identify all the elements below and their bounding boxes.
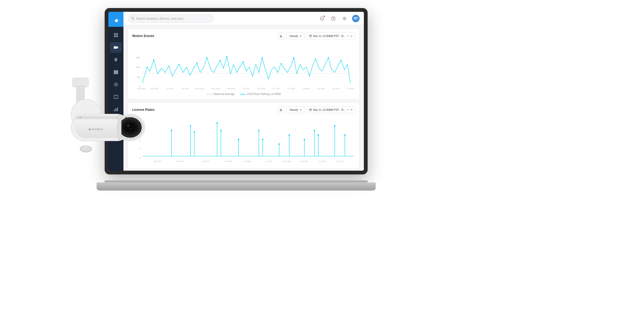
gear-icon xyxy=(342,16,347,21)
svg-rect-3 xyxy=(114,35,116,37)
svg-text:Fri 2PM: Fri 2PM xyxy=(266,160,272,163)
motion-events-header: Motion Events Hourly xyxy=(132,32,355,39)
svg-point-101 xyxy=(314,130,315,131)
license-frequency-dropdown[interactable]: Hourly xyxy=(287,106,305,113)
svg-text:◆ rhombus: ◆ rhombus xyxy=(89,127,103,131)
svg-text:Wed 6PM: Wed 6PM xyxy=(227,88,235,90)
svg-point-132 xyxy=(79,116,82,119)
motion-events-title: Motion Events xyxy=(132,34,275,38)
svg-point-105 xyxy=(334,125,335,127)
svg-point-45 xyxy=(262,57,263,58)
svg-point-95 xyxy=(279,143,280,145)
svg-text:Fri 3AM: Fri 3AM xyxy=(244,160,251,163)
legend-avg: Historical Average xyxy=(206,93,235,96)
svg-text:Tue 8AM: Tue 8AM xyxy=(319,160,325,163)
svg-text:Fri 12PM: Fri 12PM xyxy=(272,88,280,90)
svg-point-85 xyxy=(217,122,218,124)
svg-point-42 xyxy=(220,60,221,61)
motion-download-button[interactable] xyxy=(277,32,284,39)
help-icon xyxy=(331,16,335,21)
settings-button[interactable] xyxy=(341,15,348,22)
download-icon-2 xyxy=(279,108,283,111)
chevron-down-icon-2 xyxy=(350,35,353,37)
svg-point-25 xyxy=(333,19,334,20)
topbar-icons: MP xyxy=(318,15,360,22)
svg-point-103 xyxy=(318,134,319,136)
svg-point-87 xyxy=(220,130,222,131)
svg-point-48 xyxy=(328,57,329,58)
logo[interactable] xyxy=(108,12,123,27)
motion-events-controls: Hourly No xyxy=(277,32,355,39)
svg-point-40 xyxy=(196,63,197,64)
svg-text:Thu 12AM: Thu 12AM xyxy=(257,88,266,90)
logo-icon xyxy=(112,16,120,23)
notification-button[interactable] xyxy=(318,15,326,22)
svg-point-49 xyxy=(341,60,342,61)
legend-series-label: 1919 Rear Parking Lot R500 xyxy=(247,93,281,96)
svg-text:Tue 8AM: Tue 8AM xyxy=(347,88,354,90)
svg-text:Sun 2PM: Sun 2PM xyxy=(332,88,340,90)
svg-point-81 xyxy=(190,125,191,127)
svg-point-138 xyxy=(82,146,90,151)
series-line-indicator xyxy=(240,94,246,94)
svg-text:Fri 11PM: Fri 11PM xyxy=(288,88,295,90)
svg-point-43 xyxy=(226,56,228,57)
svg-rect-65 xyxy=(309,109,312,111)
svg-rect-131 xyxy=(75,116,123,119)
svg-point-93 xyxy=(262,139,263,140)
topbar: Search locations, devices, and more xyxy=(123,12,364,25)
legend-avg-label: Historical Average xyxy=(213,93,235,96)
svg-point-130 xyxy=(130,128,132,130)
svg-text:Sat 1PM: Sat 1PM xyxy=(301,160,308,163)
svg-rect-136 xyxy=(118,115,121,140)
avg-line-indicator xyxy=(206,94,212,94)
avatar-button[interactable]: MP xyxy=(352,15,360,22)
svg-text:Wed 12AM: Wed 12AM xyxy=(195,88,204,90)
svg-point-107 xyxy=(344,134,346,136)
svg-point-41 xyxy=(206,57,207,58)
svg-text:Sat 11AM: Sat 11AM xyxy=(283,160,291,163)
svg-point-99 xyxy=(304,139,305,140)
svg-text:Thu 4PM: Thu 4PM xyxy=(243,88,250,90)
svg-rect-1 xyxy=(114,33,116,35)
svg-text:Thu 6PM: Thu 6PM xyxy=(202,160,209,163)
chevron-down-icon xyxy=(299,35,302,37)
svg-point-91 xyxy=(258,130,259,131)
motion-date-range-button[interactable]: Nov 11 12:00AM PST - N... xyxy=(307,32,355,39)
svg-point-47 xyxy=(315,58,316,60)
license-date-range-button[interactable]: Nov 11 12:00AM PST - N... xyxy=(307,106,355,113)
sidebar-item-dashboard[interactable] xyxy=(110,30,122,41)
svg-point-135 xyxy=(125,117,127,119)
motion-frequency-dropdown[interactable]: Hourly xyxy=(287,32,305,39)
svg-text:Tue 7PM: Tue 7PM xyxy=(336,160,343,163)
svg-point-44 xyxy=(243,61,244,62)
license-download-button[interactable] xyxy=(277,106,284,113)
download-icon xyxy=(279,34,283,38)
svg-point-26 xyxy=(344,18,345,19)
grid-icon xyxy=(114,33,118,38)
svg-line-23 xyxy=(134,19,134,20)
svg-point-129 xyxy=(127,125,130,127)
calendar-icon xyxy=(309,35,312,37)
notification-dot xyxy=(323,15,325,17)
svg-point-89 xyxy=(238,139,239,140)
svg-rect-4 xyxy=(116,35,118,37)
search-placeholder: Search locations, devices, and more xyxy=(136,17,184,20)
svg-text:Thu 4PM: Thu 4PM xyxy=(225,160,232,163)
close-icon-2 xyxy=(347,109,349,111)
chevron-down-icon-3 xyxy=(299,109,302,111)
svg-point-128 xyxy=(125,123,136,132)
svg-rect-2 xyxy=(116,33,118,35)
calendar-icon-2 xyxy=(309,108,312,111)
license-date-range-label: Nov 11 12:00AM PST - N... xyxy=(313,108,346,111)
svg-point-22 xyxy=(131,17,134,19)
svg-point-46 xyxy=(293,57,294,58)
motion-date-range-label: Nov 11 12:00AM PST - N... xyxy=(313,35,346,38)
help-button[interactable] xyxy=(330,15,337,22)
svg-text:Sun 4AM: Sun 4AM xyxy=(317,88,324,90)
svg-rect-27 xyxy=(309,35,312,37)
search-icon xyxy=(131,17,134,20)
motion-frequency-label: Hourly xyxy=(290,34,298,38)
search-box[interactable]: Search locations, devices, and more xyxy=(128,14,214,23)
chevron-down-icon-4 xyxy=(350,109,353,111)
